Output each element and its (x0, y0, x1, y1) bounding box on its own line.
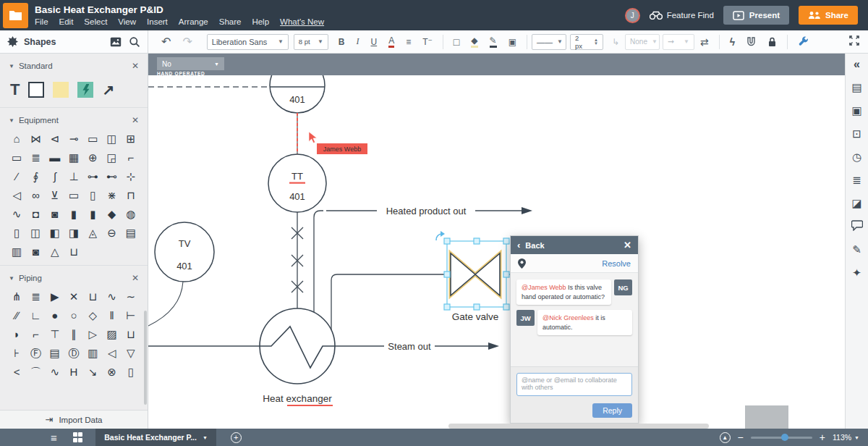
zoom-slider-handle[interactable] (781, 434, 788, 441)
zoom-level-select[interactable]: 113%▼ (833, 433, 859, 442)
piping-shape-icon[interactable]: ⊔ (88, 290, 97, 303)
piping-shape-icon[interactable]: ∿ (107, 290, 116, 303)
horizontal-scrollbar[interactable] (448, 424, 709, 429)
piping-shape-icon[interactable]: ⌐ (33, 328, 39, 340)
equipment-shape-icon[interactable]: ⊥ (69, 170, 78, 182)
menu-item-arrange[interactable]: Arrange (179, 17, 208, 26)
piping-shape-icon[interactable]: ⊢ (126, 309, 135, 321)
document-icon[interactable] (3, 3, 28, 28)
equipment-shape-icon[interactable]: ⊹ (127, 170, 136, 182)
fill-color-button[interactable]: ◆ (465, 33, 483, 51)
fullscreen-button[interactable] (849, 35, 868, 48)
piping-shape-icon[interactable]: ‖ (109, 309, 114, 321)
line-style-select[interactable]: ——▼ (532, 34, 566, 50)
equipment-shape-icon[interactable]: ∕ (16, 170, 18, 182)
section-standard[interactable]: ▼ Standard ✕ (0, 54, 148, 75)
wrench-button[interactable] (792, 33, 814, 51)
equipment-shape-icon[interactable]: ▭ (88, 132, 98, 145)
equipment-shape-icon[interactable]: ◙ (51, 208, 58, 220)
present-button[interactable]: Present (723, 6, 789, 25)
zoom-slider[interactable] (751, 437, 812, 439)
piping-shape-icon[interactable]: ∥ (71, 328, 77, 340)
comment-bubble[interactable]: @James Webb Is this valve hand operated … (516, 279, 611, 305)
equipment-shape-icon[interactable]: ◙ (33, 245, 39, 258)
feature-find-button[interactable]: Feature Find (650, 11, 714, 20)
import-data-button[interactable]: ⇥ Import Data (0, 410, 148, 429)
equipment-shape-icon[interactable]: ⊷ (106, 170, 117, 182)
page-tab[interactable]: Basic Heat Exchanger P... ▼ (95, 429, 216, 446)
equipment-shape-icon[interactable]: △ (51, 245, 59, 258)
magic-wand-icon[interactable]: ✦ (852, 266, 861, 279)
piping-shape-icon[interactable]: ⋔ (12, 290, 22, 303)
equipment-shape-icon[interactable]: ▮ (90, 208, 95, 220)
italic-button[interactable]: I (350, 33, 365, 51)
bypass-pipe[interactable] (314, 211, 323, 312)
line-width-stepper[interactable]: 2 px▲▼ (570, 34, 603, 50)
equipment-shape-icon[interactable]: ◆ (108, 208, 116, 220)
piping-shape-icon[interactable]: ○ (70, 309, 77, 321)
font-family-select[interactable]: Liberation Sans▼ (207, 34, 289, 50)
bold-button[interactable]: B (333, 33, 351, 51)
equipment-shape-icon[interactable]: ∮ (33, 170, 39, 182)
piping-shape-icon[interactable]: ▽ (127, 347, 135, 359)
piping-shape-icon[interactable]: ⌒ (30, 366, 41, 378)
page-list-icon[interactable]: ≡ (51, 432, 57, 444)
document-settings-icon[interactable]: ▤ (851, 81, 861, 94)
collapse-rail-icon[interactable]: « (854, 58, 860, 71)
equipment-shape-icon[interactable]: ◨ (69, 227, 79, 239)
equipment-shape-icon[interactable]: ▭ (69, 189, 79, 201)
redo-button[interactable]: ↷ (176, 33, 197, 51)
canvas[interactable]: 401 TT 401 (148, 54, 845, 429)
equipment-shape-icon[interactable]: ≣ (31, 151, 41, 164)
share-button[interactable]: Share (799, 6, 858, 25)
equipment-shape-icon[interactable]: ∞ (32, 189, 40, 201)
close-icon[interactable]: ✕ (132, 61, 139, 71)
lightning-shape-icon[interactable] (77, 82, 93, 98)
sticky-note-shape-icon[interactable] (53, 82, 69, 98)
equipment-shape-icon[interactable]: ▦ (69, 151, 79, 164)
piping-shape-icon[interactable]: ● (51, 309, 58, 321)
equipment-shape-icon[interactable]: ⊲ (50, 132, 59, 145)
equipment-shape-icon[interactable]: ◲ (106, 151, 116, 164)
equipment-shape-icon[interactable]: ⊖ (107, 227, 116, 239)
zoom-in-button[interactable]: + (820, 432, 825, 443)
equipment-shape-icon[interactable]: ∫ (54, 170, 56, 182)
instrument-bubble-401[interactable]: 401 (270, 75, 325, 113)
search-icon[interactable] (129, 36, 140, 48)
equipment-shape-icon[interactable]: ⋇ (107, 189, 116, 201)
connector-none-select[interactable]: None▼ (625, 34, 660, 50)
resolve-link[interactable]: Resolve (602, 259, 631, 268)
equipment-shape-icon[interactable]: ⊶ (88, 170, 98, 182)
piping-shape-icon[interactable]: ▯ (128, 366, 134, 378)
comment-reply-input[interactable] (516, 373, 632, 396)
equipment-shape-icon[interactable]: ▯ (14, 227, 20, 239)
notes-card-icon[interactable]: ▣ (851, 104, 861, 117)
equipment-shape-icon[interactable]: ◬ (89, 227, 98, 239)
clear-format-button[interactable]: T⁻ (417, 33, 438, 51)
steam-out-line[interactable]: Steam out (335, 341, 499, 352)
piping-shape-icon[interactable]: < (14, 366, 20, 378)
history-clock-icon[interactable]: ◷ (852, 151, 861, 164)
equipment-shape-icon[interactable]: ◍ (126, 208, 135, 220)
frame-shape-button[interactable]: □ (448, 33, 465, 51)
equipment-shape-icon[interactable]: ▭ (12, 151, 22, 164)
text-color-button[interactable]: A (383, 33, 400, 51)
swap-arrows-button[interactable]: ⇄ (694, 33, 715, 51)
menu-item-share[interactable]: Share (219, 17, 242, 26)
equipment-shape-icon[interactable]: ⌐ (127, 151, 134, 164)
menu-item-file[interactable]: File (35, 17, 48, 26)
equipment-shape-icon[interactable]: ⋈ (30, 132, 41, 145)
sidebar-scrollbar[interactable] (144, 311, 147, 405)
equipment-shape-icon[interactable]: ⊓ (127, 189, 135, 201)
piping-shape-icon[interactable]: ◇ (89, 309, 98, 321)
menu-item-select[interactable]: Select (84, 17, 107, 26)
heat-exchanger-shape[interactable]: Heat exchanger (148, 308, 335, 406)
menu-item-help[interactable]: Help (252, 17, 269, 26)
shape-options-button[interactable]: ▣ (503, 33, 522, 51)
comment-bubble[interactable]: @Nick Greenlees it is automatic. (537, 310, 632, 335)
piping-shape-icon[interactable]: ▥ (88, 347, 98, 359)
equipment-shape-icon[interactable]: ⊔ (69, 245, 78, 258)
close-icon[interactable]: ✕ (132, 273, 139, 283)
line-color-button[interactable]: ✎ (484, 33, 503, 51)
instrument-bubble-tt-401[interactable]: TT 401 (268, 154, 326, 212)
